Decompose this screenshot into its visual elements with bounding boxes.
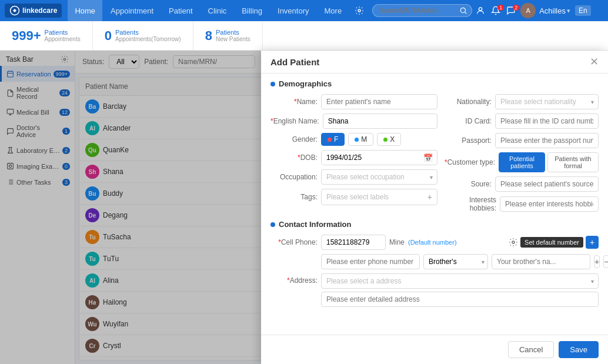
phone-add-button[interactable]: + xyxy=(586,236,599,249)
main-layout: Task Bar Reservation 999+ Medical Record… xyxy=(0,51,608,364)
notification-bell[interactable]: 1 xyxy=(489,6,503,15)
save-button[interactable]: Save xyxy=(559,341,599,358)
add-patient-modal: Add Patient ✕ Demographics *Name: xyxy=(261,51,608,364)
demographics-section-header: Demographics xyxy=(270,79,599,88)
stat-tomorrow-num: 0 xyxy=(105,28,112,44)
notification1-badge: 1 xyxy=(497,5,504,11)
source-input[interactable] xyxy=(495,176,599,192)
interests-input[interactable] xyxy=(500,196,599,212)
english-name-input[interactable] xyxy=(323,113,437,129)
form-row-nationality: Nationality: Please select nationality ▾ xyxy=(445,94,599,109)
phone-default-tag: (Default number) xyxy=(408,239,457,246)
form-row-passport: Passport: xyxy=(445,133,599,148)
occupation-label: Occupation: xyxy=(270,173,318,181)
stat-new-label: New Patients xyxy=(216,36,250,42)
search-icon[interactable] xyxy=(459,6,467,15)
id-card-label: ID Card: xyxy=(445,117,492,125)
stat-appointments-num: 999+ xyxy=(12,28,41,44)
nav-more[interactable]: More xyxy=(318,0,349,21)
phone2-add-btn[interactable]: + xyxy=(594,255,600,268)
address-select[interactable]: Please select a address xyxy=(321,273,599,289)
stat-tomorrow-unit: Patients xyxy=(115,29,181,36)
user-avatar[interactable]: A xyxy=(520,3,536,18)
gender-m-option[interactable]: M xyxy=(348,133,373,146)
tags-add-icon[interactable]: + xyxy=(427,192,432,202)
form-row-english-name: *English Name: xyxy=(270,113,437,129)
stat-tomorrow: 0 Patients Appointments(Tomorrow) xyxy=(93,21,193,50)
svg-point-3 xyxy=(479,8,482,11)
source-label: Soure: xyxy=(445,180,492,188)
notification2-badge: 2 xyxy=(513,5,519,11)
user-icon[interactable] xyxy=(473,6,487,15)
tags-label: Tags: xyxy=(270,193,318,201)
form-row-phone2: Brother's ▾ + − xyxy=(321,254,599,269)
close-icon[interactable]: ✕ xyxy=(590,56,599,67)
form-row-dob: *DOB: 📅 xyxy=(270,150,437,165)
stat-tomorrow-label: Appointments(Tomorrow) xyxy=(115,36,181,42)
logo-text: linkedcare xyxy=(22,6,57,15)
cancel-button[interactable]: Cancel xyxy=(508,341,554,358)
modal-body: Demographics *Name: *English Name: xyxy=(261,74,608,335)
phone-gear-icon[interactable] xyxy=(509,238,518,247)
nationality-label: Nationality: xyxy=(445,98,492,106)
name-input[interactable] xyxy=(321,94,437,109)
gender-label: Gender: xyxy=(270,135,318,143)
modal-header: Add Patient ✕ xyxy=(261,51,608,74)
nav-home[interactable]: Home xyxy=(68,0,102,21)
dob-input[interactable] xyxy=(322,151,419,165)
nav-inventory[interactable]: Inventory xyxy=(270,0,316,21)
user-name[interactable]: Achilles xyxy=(539,6,566,15)
svg-point-1 xyxy=(358,9,360,12)
customer-type-potential[interactable]: Potential patients xyxy=(499,152,545,172)
id-card-input[interactable] xyxy=(495,113,599,129)
nav-appointment[interactable]: Appointment xyxy=(103,0,161,21)
passport-label: Passport: xyxy=(445,136,492,145)
gender-f-option[interactable]: F xyxy=(321,133,345,146)
notification-chat[interactable]: 2 xyxy=(504,6,518,15)
nav-clinic[interactable]: Clinic xyxy=(201,0,234,21)
nav-settings[interactable] xyxy=(350,6,369,15)
lang-switcher[interactable]: En xyxy=(575,5,591,16)
form-row-source: Soure: xyxy=(445,176,599,192)
form-row-cell-phone: *Cell Phone: Mine (Default number) Set d… xyxy=(270,235,599,250)
passport-input[interactable] xyxy=(495,133,599,148)
customer-type-formal[interactable]: Patients with formal xyxy=(547,152,599,172)
logo[interactable]: linkedcare xyxy=(5,4,62,18)
form-row-interests: Interests hobbies: xyxy=(445,196,599,212)
form-row-tags: Tags: Please select labels + xyxy=(270,189,437,205)
cell-phone-input[interactable] xyxy=(321,235,386,250)
form-row-occupation: Occupation: Please select occupation ▾ xyxy=(270,169,437,185)
phone2-relation-select[interactable]: Brother's xyxy=(423,254,488,269)
nav-patient[interactable]: Patient xyxy=(162,0,199,21)
search-input[interactable] xyxy=(372,4,472,17)
dob-label: *DOB: xyxy=(270,153,318,162)
contact-section-header: Contact Information xyxy=(270,220,599,229)
stat-new-num: 8 xyxy=(205,28,212,44)
logo-icon xyxy=(9,5,20,16)
english-name-label: *English Name: xyxy=(270,117,319,125)
phone2-name-input[interactable] xyxy=(492,254,590,269)
cell-phone-label: *Cell Phone: xyxy=(270,238,318,246)
customer-type-label: *Customer type: xyxy=(445,158,495,166)
address-detail-input[interactable] xyxy=(321,292,599,307)
calendar-icon[interactable]: 📅 xyxy=(419,151,437,165)
phone2-remove-btn[interactable]: − xyxy=(603,255,608,268)
modal-title: Add Patient xyxy=(270,57,319,67)
form-row-address: *Address: Please select a address ▾ xyxy=(270,273,599,307)
topnav: linkedcare Home Appointment Patient Clin… xyxy=(0,0,608,21)
address-label: *Address: xyxy=(270,273,318,285)
stat-appointments-unit: Patients xyxy=(45,29,81,36)
occupation-select[interactable]: Please select occupation xyxy=(321,169,437,185)
modal-overlay: Add Patient ✕ Demographics *Name: xyxy=(0,51,608,364)
form-row-gender: Gender: F M xyxy=(270,133,437,146)
nav-billing[interactable]: Billing xyxy=(235,0,269,21)
statsbar: 999+ Patients Appointments 0 Patients Ap… xyxy=(0,21,608,51)
nationality-select[interactable]: Please select nationality xyxy=(495,94,599,109)
modal-footer: Cancel Save xyxy=(261,335,608,364)
phone2-input[interactable] xyxy=(321,254,420,269)
gender-x-option[interactable]: X xyxy=(377,133,401,146)
interests-label: Interests hobbies: xyxy=(445,196,496,212)
set-default-tooltip: Set default number xyxy=(520,237,583,248)
form-row-name: *Name: xyxy=(270,94,437,109)
stat-appointments-label: Appointments xyxy=(45,36,81,42)
